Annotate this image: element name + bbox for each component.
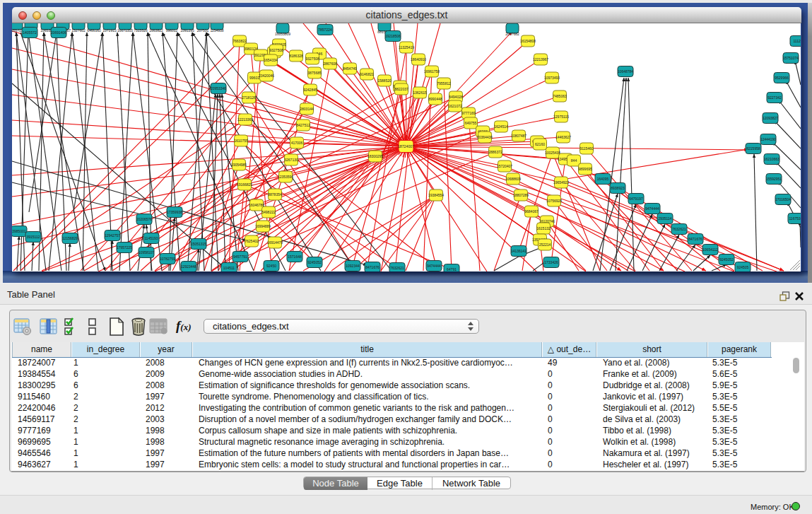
svg-text:9899695: 9899695 <box>578 167 592 171</box>
svg-text:20691406: 20691406 <box>51 30 66 35</box>
svg-text:8454749: 8454749 <box>343 66 357 71</box>
svg-text:649755: 649755 <box>465 121 477 125</box>
svg-text:1527602: 1527602 <box>71 28 86 33</box>
svg-text:7625402: 7625402 <box>245 239 259 243</box>
svg-text:20953346: 20953346 <box>211 86 226 90</box>
svg-text:2867608: 2867608 <box>323 62 337 66</box>
svg-text:7632621: 7632621 <box>672 227 686 231</box>
svg-text:18640910: 18640910 <box>411 57 426 62</box>
svg-text:16154808: 16154808 <box>520 39 536 43</box>
svg-text:6479197: 6479197 <box>629 197 643 201</box>
svg-text:16961758: 16961758 <box>424 69 440 74</box>
svg-text:1154938: 1154938 <box>210 28 223 33</box>
svg-text:8938923: 8938923 <box>611 186 625 190</box>
svg-text:1621072: 1621072 <box>448 104 462 108</box>
svg-text:104511: 104511 <box>223 266 235 270</box>
svg-text:8471676: 8471676 <box>365 265 379 269</box>
svg-text:17016504: 17016504 <box>775 197 791 201</box>
svg-text:1588520: 1588520 <box>377 78 392 83</box>
svg-text:8878354: 8878354 <box>268 192 282 197</box>
svg-text:15592951: 15592951 <box>766 177 782 181</box>
svg-text:15051315: 15051315 <box>191 242 206 246</box>
svg-text:9245052: 9245052 <box>719 257 734 262</box>
svg-text:10756928: 10756928 <box>546 199 562 203</box>
svg-text:16046786: 16046786 <box>249 203 264 207</box>
svg-text:252214: 252214 <box>539 243 551 247</box>
svg-text:996012: 996012 <box>166 28 178 33</box>
svg-text:9327508: 9327508 <box>269 48 283 52</box>
svg-text:64791: 64791 <box>447 267 457 271</box>
svg-text:1145193: 1145193 <box>144 236 158 240</box>
svg-text:9529966: 9529966 <box>775 76 789 80</box>
svg-text:8471676: 8471676 <box>688 237 702 241</box>
svg-text:16053809: 16053809 <box>275 32 290 36</box>
svg-text:9146821: 9146821 <box>360 72 374 76</box>
svg-text:8822037: 8822037 <box>394 87 408 91</box>
svg-text:9684067: 9684067 <box>524 209 539 214</box>
svg-text:12353594: 12353594 <box>278 175 293 179</box>
svg-text:8427512: 8427512 <box>296 123 310 127</box>
svg-text:1092344: 1092344 <box>346 264 360 268</box>
svg-text:2803144: 2803144 <box>300 107 314 111</box>
svg-text:1663822: 1663822 <box>149 28 163 33</box>
svg-text:6466160: 6466160 <box>87 28 101 33</box>
svg-text:7515526: 7515526 <box>134 28 148 33</box>
svg-text:20364436: 20364436 <box>477 135 493 139</box>
svg-text:1362615: 1362615 <box>413 90 427 95</box>
svg-text:1733426: 1733426 <box>544 260 558 264</box>
svg-text:9227342: 9227342 <box>767 95 782 100</box>
svg-text:12093827: 12093827 <box>763 116 778 120</box>
svg-text:3875685: 3875685 <box>307 71 322 75</box>
svg-text:164095: 164095 <box>597 177 609 181</box>
svg-text:12923448: 12923448 <box>181 264 196 269</box>
svg-text:8186328: 8186328 <box>289 54 303 58</box>
svg-text:10973493: 10973493 <box>544 76 560 80</box>
svg-text:12156829: 12156829 <box>62 236 78 240</box>
svg-text:1167534: 1167534 <box>789 216 801 221</box>
svg-text:3915112: 3915112 <box>26 235 40 239</box>
svg-text:10688609: 10688609 <box>505 177 521 181</box>
svg-text:16671355: 16671355 <box>117 28 133 33</box>
svg-text:12975115: 12975115 <box>553 115 569 119</box>
svg-text:2886372: 2886372 <box>488 150 502 154</box>
svg-text:10654112: 10654112 <box>702 247 718 252</box>
svg-text:19054985: 19054985 <box>231 163 247 167</box>
svg-text:7632621: 7632621 <box>390 266 404 270</box>
svg-text:8215958: 8215958 <box>746 146 760 151</box>
svg-text:6494028: 6494028 <box>449 95 463 99</box>
svg-text:12444190: 12444190 <box>760 137 776 141</box>
svg-text:1610755: 1610755 <box>234 139 248 143</box>
svg-text:924505: 924505 <box>737 265 749 269</box>
svg-text:18724007: 18724007 <box>398 144 414 148</box>
svg-text:18807289: 18807289 <box>513 193 529 197</box>
svg-text:12213967: 12213967 <box>533 57 548 62</box>
svg-text:9242845: 9242845 <box>303 88 317 92</box>
svg-text:1624514: 1624514 <box>494 124 508 129</box>
svg-text:19166825: 19166825 <box>237 182 252 187</box>
svg-text:8990448: 8990448 <box>428 97 442 101</box>
svg-text:417006: 417006 <box>291 141 303 145</box>
svg-text:5498222: 5498222 <box>261 210 276 214</box>
svg-text:14463627: 14463627 <box>555 135 571 139</box>
svg-text:92450: 92450 <box>266 264 276 268</box>
svg-text:9327508: 9327508 <box>305 57 319 61</box>
svg-text:15720407: 15720407 <box>497 164 512 168</box>
svg-text:7857224: 7857224 <box>318 28 332 32</box>
svg-text:3985001: 3985001 <box>12 229 26 233</box>
svg-text:15751074: 15751074 <box>783 56 799 60</box>
svg-text:16914479: 16914479 <box>267 240 283 245</box>
svg-text:1615132: 1615132 <box>536 226 551 230</box>
svg-text:1405572: 1405572 <box>23 30 37 35</box>
svg-text:17957225: 17957225 <box>117 245 132 250</box>
svg-text:844: 844 <box>571 158 577 163</box>
svg-text:9457791: 9457791 <box>233 255 247 259</box>
svg-text:19384554: 19384554 <box>428 193 444 197</box>
svg-text:207531: 207531 <box>197 28 209 33</box>
svg-text:2935114: 2935114 <box>658 216 671 221</box>
svg-text:16210663: 16210663 <box>764 157 779 161</box>
svg-text:12213369: 12213369 <box>237 117 253 122</box>
svg-text:1071915: 1071915 <box>102 28 117 33</box>
svg-text:10958107: 10958107 <box>139 250 154 255</box>
svg-text:3267130: 3267130 <box>284 158 298 162</box>
svg-text:9474444: 9474444 <box>427 264 441 268</box>
